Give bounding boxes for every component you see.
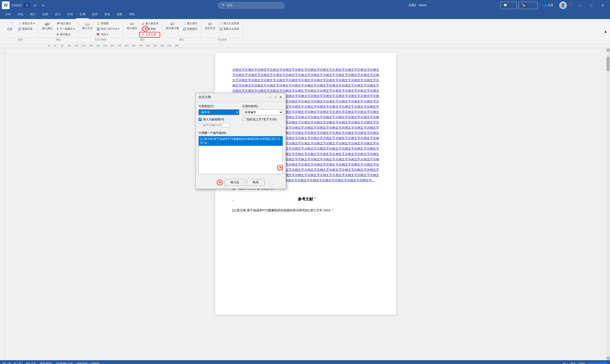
ref-type-col: 引用类型(T): 编号项 题注 书签 脚注 尾注 标题 [198, 104, 239, 115]
cancel-button[interactable]: 取消 [247, 179, 264, 186]
ribbon-collapse-button[interactable]: ▲ [604, 29, 607, 33]
text-prediction: 文本预测: 打开 [56, 362, 73, 364]
zoom-slider[interactable] [588, 362, 607, 364]
ref-item-1: [1] 梁文锋.基于低成本PTZ摄像机的目标跟踪算法研究[D].浙江大学,201… [232, 207, 379, 213]
cross-ref-dialog[interactable]: 交叉引用 ─ □ ✕ 引用类型(T): 编号项 题注 书签 脚注 尾注 [195, 93, 286, 189]
autosave-toggle[interactable]: 关 [23, 3, 31, 8]
window-controls: ─ □ ✕ [574, 0, 608, 11]
style-selector[interactable]: 🔤 样式: GB7714 ▾ [95, 26, 121, 31]
dialog-restore[interactable]: □ [273, 95, 278, 99]
tab-insert[interactable]: 插入 [27, 11, 39, 19]
include-checkbox[interactable] [242, 118, 245, 121]
edit-button[interactable]: ✏️ 编辑 ▾ [519, 2, 538, 9]
dialog-close[interactable]: ✕ [279, 95, 283, 99]
ref-content-select[interactable]: 段落编号 段落文字 页码 [242, 109, 283, 115]
citations-table-buttons: 🏷 标记引文 📑 插入引文目录 🔄 更新引文目录 [203, 21, 241, 37]
ruler: |2| |4| |6| |8| |10| |12| |14| |16| |18|… [0, 43, 610, 48]
mark-citation-button[interactable]: 🏷 标记引文 [203, 21, 217, 31]
comment-button[interactable]: 💬 批注 [500, 2, 517, 9]
group-citations: 📖 插入引文 📋 管理源 🔤 样式: GB7714 ▾ 📚 书目 ▾ 引文与书目 [79, 20, 123, 43]
footnote-icon: ab1 [45, 22, 50, 26]
vertical-scrollbar[interactable]: ▲ ▼ [606, 48, 610, 360]
search-box[interactable]: 🔍 搜索 [218, 2, 285, 9]
separator-input[interactable] [222, 123, 230, 127]
toc-buttons: 📄 目录 📝 添加文字 ▾ 🔄 更新目录 [4, 21, 37, 37]
insert-citations-table-button[interactable]: 📑 插入引文目录 [218, 21, 241, 26]
ref-content-col: 引用内容(R): 段落编号 段落文字 页码 [242, 104, 283, 115]
style-icon: 🔤 [96, 27, 100, 30]
toc-button[interactable]: 📄 目录 [4, 21, 16, 32]
update-table-button[interactable]: 🔄 更新表格 [139, 26, 160, 31]
update-citations-table-button[interactable]: 🔄 更新引文目录 [218, 26, 241, 31]
undo-button[interactable]: ↩ [32, 3, 39, 8]
scrollbar-up[interactable]: ▲ [606, 48, 610, 52]
word-logo: W [2, 1, 10, 9]
tab-layout[interactable]: 布局 [64, 11, 76, 19]
separator-checkbox-row: 编号分隔符(S) [198, 123, 239, 127]
footer-with-annotation: ④ 插入(I) 取消 [217, 179, 264, 186]
insert-table-figures-button[interactable]: 📊 插入表目录 [139, 21, 160, 26]
tab-mailings[interactable]: 邮件 [89, 11, 101, 19]
insert-citation-button[interactable]: 📖 插入引文 [80, 21, 94, 31]
insert-footnote-button[interactable]: ab1 插入脚注 [40, 21, 54, 31]
tab-references[interactable]: 引用 [76, 11, 89, 19]
group-toc: 📄 目录 📝 添加文字 ▾ 🔄 更新目录 目录 [2, 20, 39, 43]
zoom-level: 100% [579, 362, 585, 364]
tab-home[interactable]: 开始 [14, 11, 27, 19]
ref-title: 参考文献 ↵ [235, 196, 379, 202]
ref-list[interactable]: [1] 梁文锋.基于低成本PTZ摄像机的目标跟踪算法研究[D].浙江大学,20.… [198, 136, 283, 174]
update-toc-button[interactable]: 🔄 更新目录 [16, 26, 37, 31]
tab-review[interactable]: 审阅 [101, 11, 113, 19]
doc-container: 示例文字示例文字示例文字示例文字示例文字示例文字示例文字示例文字示例文字示例文字… [0, 48, 610, 360]
insert-button[interactable]: 插入(I) [224, 179, 245, 186]
mark-index-button[interactable]: 🏷 标记索引项 [164, 21, 181, 31]
manage-sources-button[interactable]: 📋 管理源 [95, 21, 121, 26]
show-notes-button[interactable]: 👁 显示备注 [55, 32, 77, 37]
bibliography-button[interactable]: 📚 书目 ▾ [95, 32, 121, 37]
citation-icon: 📖 [85, 22, 90, 26]
doc-scroll[interactable]: 示例文字示例文字示例文字示例文字示例文字示例文字示例文字示例文字示例文字示例文字… [5, 48, 606, 360]
dialog-minimize[interactable]: ─ [268, 95, 272, 99]
next-footnote-button[interactable]: ⬇ 下一条脚注 ▾ [55, 26, 77, 31]
tab-design[interactable]: 设计 [52, 11, 64, 19]
insert-endnote-button[interactable]: 📌 插入尾注 [55, 21, 77, 26]
cross-reference-button[interactable]: 🔗 文叉引用 [139, 32, 160, 37]
title-controls: 自动保存 关 ↩ ↪ [12, 3, 46, 8]
close-button[interactable]: ✕ [597, 0, 608, 11]
update-index-icon: 🔄 [183, 27, 186, 30]
list-label: 引用哪一个编号项(W): [198, 131, 283, 135]
next-footnote-icon: ⬇ [56, 27, 59, 30]
citation-buttons: 📖 插入引文 📋 管理源 🔤 样式: GB7714 ▾ 📚 书目 ▾ [80, 21, 121, 37]
scrollbar-thumb[interactable] [607, 57, 610, 71]
edit-icon: ✏️ [522, 4, 525, 7]
redo-button[interactable]: ↪ [40, 3, 46, 8]
share-icon: 👥 [543, 4, 547, 7]
insert-index-button[interactable]: 📑 插入索引 [181, 21, 199, 26]
tab-draw[interactable]: 绘图 [39, 11, 52, 19]
specialist-button[interactable]: 专注 [571, 362, 576, 364]
status-bar: 第 1 页，共 1 页 345 个字 英语(美国) 文本预测: 打开 辅助功能:… [0, 360, 610, 364]
captions-group-title: 题注 [125, 37, 160, 42]
ref-type-select[interactable]: 编号项 题注 书签 脚注 尾注 标题 [198, 109, 239, 115]
tab-file[interactable]: 文件 [2, 11, 14, 19]
hyperlink-checkbox[interactable] [198, 118, 202, 121]
add-text-button[interactable]: 📝 添加文字 ▾ [16, 21, 37, 26]
scrollbar-down[interactable]: ▼ [606, 356, 610, 360]
search-icon: 🔍 [222, 4, 225, 7]
bib-icon: 📚 [96, 33, 100, 36]
tab-help[interactable]: 帮助 [126, 11, 138, 19]
accessibility: 辅助功能: 一切就绪 [77, 362, 99, 364]
share-button[interactable]: 👥 共享 [539, 2, 557, 9]
separator-checkbox[interactable] [198, 124, 202, 127]
avatar: 👤 [559, 1, 567, 9]
update-table-icon: 🔄 [141, 27, 144, 30]
list-item-1[interactable]: [1] 梁文锋.基于低成本PTZ摄像机的目标跟踪算法研究[D].浙江大学,20.… [199, 136, 283, 146]
tab-view[interactable]: 视图 [113, 11, 126, 19]
search-placeholder: 搜索 [227, 3, 233, 7]
minimize-button[interactable]: ─ [574, 0, 585, 11]
update-index-button[interactable]: 🔄 更新索引 [181, 26, 199, 31]
restore-button[interactable]: □ [586, 0, 597, 11]
left-ruler [0, 48, 5, 360]
insert-cit-icon: 📑 [219, 22, 222, 25]
insert-caption-button[interactable]: 🏷 插入题注 [125, 21, 139, 31]
